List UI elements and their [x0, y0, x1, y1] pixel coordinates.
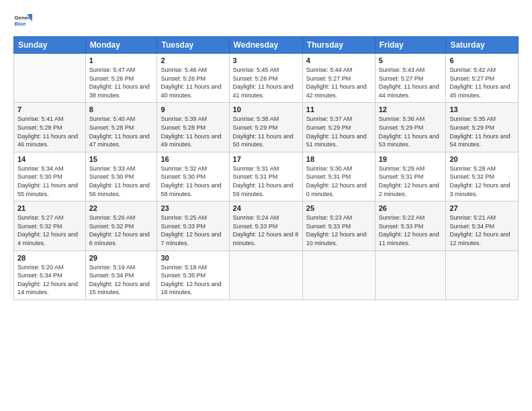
daylight-label: Daylight: 12 hours and 16 minutes. [161, 281, 221, 296]
week-row-2: 14Sunrise: 5:34 AMSunset: 5:30 PMDayligh… [14, 152, 519, 201]
daylight-label: Daylight: 11 hours and 58 minutes. [161, 182, 221, 197]
day-info: Sunrise: 5:32 AMSunset: 5:30 PMDaylight:… [161, 165, 225, 198]
day-number: 24 [233, 204, 299, 212]
day-cell: 29Sunrise: 5:19 AMSunset: 5:34 PMDayligh… [85, 250, 157, 300]
week-row-0: 1Sunrise: 5:47 AMSunset: 5:26 PMDaylight… [14, 54, 519, 103]
sunrise-label: Sunrise: 5:35 AM [449, 116, 496, 122]
sunrise-label: Sunrise: 5:24 AM [233, 214, 279, 221]
day-number: 23 [161, 204, 225, 212]
day-info: Sunrise: 5:21 AMSunset: 5:34 PMDaylight:… [449, 214, 515, 247]
sunset-label: Sunset: 5:32 PM [89, 223, 134, 230]
day-info: Sunrise: 5:45 AMSunset: 5:26 PMDaylight:… [233, 66, 299, 99]
sunset-label: Sunset: 5:34 PM [17, 272, 62, 279]
day-cell: 3Sunrise: 5:45 AMSunset: 5:26 PMDaylight… [229, 54, 302, 103]
calendar: SundayMondayTuesdayWednesdayThursdayFrid… [13, 36, 519, 300]
day-cell: 2Sunrise: 5:46 AMSunset: 5:26 PMDaylight… [157, 54, 229, 103]
sunset-label: Sunset: 5:31 PM [233, 173, 278, 180]
daylight-label: Daylight: 11 hours and 42 minutes. [306, 83, 367, 99]
sunrise-label: Sunrise: 5:21 AM [449, 214, 496, 221]
sunset-label: Sunset: 5:26 PM [161, 75, 206, 82]
day-info: Sunrise: 5:24 AMSunset: 5:33 PMDaylight:… [233, 214, 299, 247]
sunset-label: Sunset: 5:26 PM [89, 75, 134, 82]
sunrise-label: Sunrise: 5:44 AM [306, 66, 353, 73]
day-number: 16 [161, 155, 225, 163]
weekday-header-saturday: Saturday [446, 37, 519, 54]
day-cell: 7Sunrise: 5:41 AMSunset: 5:28 PMDaylight… [14, 103, 86, 152]
day-number: 13 [449, 105, 515, 113]
weekday-header-row: SundayMondayTuesdayWednesdayThursdayFrid… [14, 37, 519, 54]
day-cell: 13Sunrise: 5:35 AMSunset: 5:29 PMDayligh… [446, 103, 519, 152]
day-info: Sunrise: 5:43 AMSunset: 5:27 PMDaylight:… [379, 66, 443, 99]
daylight-label: Daylight: 12 hours and 3 minutes. [449, 182, 510, 197]
daylight-label: Daylight: 12 hours and 11 minutes. [379, 231, 439, 246]
sunrise-label: Sunrise: 5:18 AM [161, 264, 207, 271]
day-info: Sunrise: 5:46 AMSunset: 5:26 PMDaylight:… [161, 66, 225, 99]
day-info: Sunrise: 5:39 AMSunset: 5:28 PMDaylight:… [161, 115, 225, 148]
daylight-label: Daylight: 12 hours and 0 minutes. [306, 182, 367, 197]
day-info: Sunrise: 5:20 AMSunset: 5:34 PMDaylight:… [17, 263, 82, 297]
sunset-label: Sunset: 5:33 PM [379, 223, 424, 230]
day-number: 12 [379, 105, 443, 113]
week-row-3: 21Sunrise: 5:27 AMSunset: 5:32 PMDayligh… [14, 201, 519, 250]
sunrise-label: Sunrise: 5:33 AM [89, 165, 136, 172]
weekday-header-sunday: Sunday [14, 37, 86, 54]
sunrise-label: Sunrise: 5:42 AM [449, 66, 496, 73]
day-number: 17 [233, 155, 299, 163]
sunrise-label: Sunrise: 5:28 AM [449, 165, 496, 172]
daylight-label: Daylight: 11 hours and 41 minutes. [233, 83, 294, 99]
day-number: 11 [306, 105, 371, 113]
day-cell: 19Sunrise: 5:29 AMSunset: 5:31 PMDayligh… [375, 152, 446, 201]
day-number: 6 [449, 56, 515, 64]
sunset-label: Sunset: 5:35 PM [161, 272, 206, 279]
day-cell: 1Sunrise: 5:47 AMSunset: 5:26 PMDaylight… [85, 54, 157, 103]
page: General Blue SundayMondayTuesdayWednesda… [0, 0, 532, 411]
day-cell: 4Sunrise: 5:44 AMSunset: 5:27 PMDaylight… [302, 54, 375, 103]
day-info: Sunrise: 5:25 AMSunset: 5:33 PMDaylight:… [161, 214, 225, 247]
day-number: 26 [379, 204, 443, 212]
daylight-label: Daylight: 11 hours and 49 minutes. [161, 133, 221, 148]
day-info: Sunrise: 5:40 AMSunset: 5:28 PMDaylight:… [89, 115, 154, 148]
day-cell: 18Sunrise: 5:30 AMSunset: 5:31 PMDayligh… [302, 152, 375, 201]
sunset-label: Sunset: 5:29 PM [379, 124, 424, 131]
day-number: 4 [306, 56, 371, 64]
day-cell: 25Sunrise: 5:23 AMSunset: 5:33 PMDayligh… [302, 201, 375, 250]
sunrise-label: Sunrise: 5:32 AM [161, 165, 207, 172]
daylight-label: Daylight: 11 hours and 40 minutes. [161, 83, 221, 99]
day-info: Sunrise: 5:42 AMSunset: 5:27 PMDaylight:… [449, 66, 515, 99]
sunset-label: Sunset: 5:26 PM [233, 75, 278, 82]
sunset-label: Sunset: 5:33 PM [233, 223, 278, 230]
daylight-label: Daylight: 12 hours and 12 minutes. [449, 231, 510, 246]
logo-icon: General Blue [13, 12, 32, 31]
weekday-header-monday: Monday [85, 37, 157, 54]
logo: General Blue [13, 12, 32, 31]
day-number: 21 [17, 204, 82, 212]
day-cell: 30Sunrise: 5:18 AMSunset: 5:35 PMDayligh… [157, 250, 229, 300]
daylight-label: Daylight: 11 hours and 56 minutes. [89, 182, 150, 197]
day-cell: 15Sunrise: 5:33 AMSunset: 5:30 PMDayligh… [85, 152, 157, 201]
daylight-label: Daylight: 11 hours and 53 minutes. [379, 133, 439, 148]
sunset-label: Sunset: 5:27 PM [449, 75, 494, 82]
weekday-header-thursday: Thursday [302, 37, 375, 54]
day-info: Sunrise: 5:38 AMSunset: 5:29 PMDaylight:… [233, 115, 299, 148]
day-number: 30 [161, 254, 225, 262]
day-number: 19 [379, 155, 443, 163]
day-info: Sunrise: 5:34 AMSunset: 5:30 PMDaylight:… [17, 165, 82, 198]
day-cell: 23Sunrise: 5:25 AMSunset: 5:33 PMDayligh… [157, 201, 229, 250]
sunrise-label: Sunrise: 5:30 AM [306, 165, 353, 172]
day-cell: 21Sunrise: 5:27 AMSunset: 5:32 PMDayligh… [14, 201, 86, 250]
daylight-label: Daylight: 11 hours and 46 minutes. [17, 133, 78, 148]
sunset-label: Sunset: 5:33 PM [161, 223, 206, 230]
week-row-1: 7Sunrise: 5:41 AMSunset: 5:28 PMDaylight… [14, 103, 519, 152]
sunset-label: Sunset: 5:29 PM [233, 124, 278, 131]
sunrise-label: Sunrise: 5:22 AM [379, 214, 425, 221]
sunset-label: Sunset: 5:30 PM [89, 173, 134, 180]
sunrise-label: Sunrise: 5:40 AM [89, 116, 136, 122]
sunrise-label: Sunrise: 5:19 AM [89, 264, 136, 271]
day-info: Sunrise: 5:19 AMSunset: 5:34 PMDaylight:… [89, 263, 154, 297]
sunset-label: Sunset: 5:34 PM [89, 272, 134, 279]
day-number: 5 [379, 56, 443, 64]
day-info: Sunrise: 5:36 AMSunset: 5:29 PMDaylight:… [379, 115, 443, 148]
day-info: Sunrise: 5:33 AMSunset: 5:30 PMDaylight:… [89, 165, 154, 198]
day-info: Sunrise: 5:26 AMSunset: 5:32 PMDaylight:… [89, 214, 154, 247]
day-cell: 11Sunrise: 5:37 AMSunset: 5:29 PMDayligh… [302, 103, 375, 152]
